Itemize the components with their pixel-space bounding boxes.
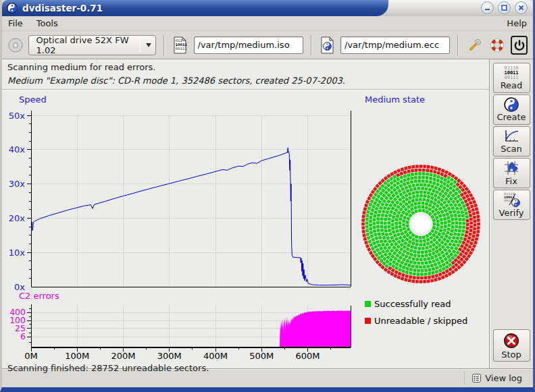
speed-y-tick-label: 10x bbox=[9, 248, 26, 258]
drive-selector-dropdown[interactable]: Optical drive 52X FW 1.02 bbox=[28, 35, 156, 55]
menu-file[interactable]: File bbox=[8, 18, 23, 28]
view-log-button[interactable]: View log bbox=[464, 372, 525, 385]
title-bar[interactable]: dvdisaster-0.71 bbox=[2, 0, 533, 16]
legend-read-swatch bbox=[365, 301, 371, 307]
window-title: dvdisaster-0.71 bbox=[22, 3, 103, 13]
yinyang-create-icon bbox=[504, 97, 519, 112]
scan-button-label: Scan bbox=[501, 144, 522, 154]
x-axis-tick-label: 0M bbox=[24, 351, 38, 360]
ecc-file-input[interactable] bbox=[340, 36, 450, 54]
x-axis-tick-label: 100M bbox=[65, 351, 89, 360]
close-button[interactable] bbox=[515, 1, 528, 14]
speed-chart-title: Speed bbox=[19, 94, 47, 105]
toolbar-separator bbox=[457, 35, 459, 55]
svg-text:00111: 00111 bbox=[176, 47, 188, 51]
toolbar-separator bbox=[311, 35, 312, 55]
quit-power-button[interactable] bbox=[511, 36, 528, 55]
ecc-file-icon bbox=[320, 35, 336, 55]
log-list-icon bbox=[472, 373, 482, 383]
help-lifebuoy-icon[interactable] bbox=[488, 35, 506, 55]
drive-selector-value: Optical drive 52X FW 1.02 bbox=[36, 35, 134, 55]
scan-button[interactable]: Scan bbox=[493, 126, 530, 157]
chart-scan-icon bbox=[503, 129, 519, 144]
verify-button[interactable]: 01110 10011 00111 Verify bbox=[493, 190, 530, 220]
verify-button-label: Verify bbox=[499, 208, 524, 218]
maximize-button[interactable] bbox=[498, 1, 511, 14]
c2-error-area bbox=[280, 311, 351, 348]
iso-file-input[interactable] bbox=[194, 36, 303, 54]
window-yinyang-icon bbox=[7, 3, 18, 13]
x-axis-tick-label: 200M bbox=[111, 351, 135, 360]
puzzle-fix-icon bbox=[503, 160, 519, 176]
medium-state-legend: Successfully read Unreadable / skipped bbox=[365, 299, 467, 326]
view-log-label: View log bbox=[485, 373, 522, 383]
chevron-down-icon bbox=[146, 43, 151, 50]
status-line-2: Medium "Example disc": CD-R mode 1, 3524… bbox=[2, 74, 489, 87]
legend-unreadable-label: Unreadable / skipped bbox=[374, 316, 467, 326]
fix-button-label: Fix bbox=[505, 176, 517, 186]
stop-button[interactable]: Stop bbox=[493, 329, 530, 362]
speed-y-tick-label: 40x bbox=[9, 144, 26, 155]
app-window: dvdisaster-0.71 File Tools Help bbox=[0, 0, 535, 392]
x-axis-tick-label: 600M bbox=[296, 351, 320, 360]
binary-read-icon: 01110 10011 00111 bbox=[504, 66, 518, 80]
stop-icon bbox=[503, 332, 520, 349]
preferences-wrench-icon[interactable] bbox=[466, 35, 484, 55]
legend-unreadable-swatch bbox=[365, 318, 371, 324]
legend-read-label: Successfully read bbox=[374, 299, 451, 309]
action-sidebar: 01110 10011 00111 Read Create bbox=[489, 59, 533, 368]
title-bar-blue-section: dvdisaster-0.71 bbox=[2, 0, 388, 16]
speed-curve bbox=[31, 148, 351, 285]
toolbar: Optical drive 52X FW 1.02 011 10011 0011… bbox=[2, 31, 533, 59]
read-button-label: Read bbox=[501, 80, 523, 90]
minimize-button[interactable] bbox=[481, 1, 494, 14]
toolbar-separator bbox=[163, 35, 165, 55]
menu-bar: File Tools Help bbox=[2, 16, 533, 31]
c2-chart-title: C2 errors bbox=[19, 291, 59, 301]
compare-verify-icon: 01110 10011 00111 bbox=[503, 192, 520, 208]
medium-state-disc bbox=[361, 165, 480, 283]
x-axis-tick-label: 400M bbox=[203, 351, 228, 360]
stop-button-label: Stop bbox=[501, 349, 521, 360]
x-axis-tick-label: 300M bbox=[157, 351, 182, 360]
create-button-label: Create bbox=[496, 112, 526, 122]
menu-tools[interactable]: Tools bbox=[36, 18, 58, 28]
menu-help[interactable]: Help bbox=[507, 18, 527, 28]
create-button[interactable]: Create bbox=[493, 94, 530, 125]
speed-y-tick-label: 50x bbox=[9, 111, 26, 121]
medium-state-title: Medium state bbox=[365, 94, 425, 105]
finished-status-line: Scanning finished: 28752 unreadable sect… bbox=[2, 362, 489, 373]
x-axis-tick-label: 500M bbox=[249, 351, 274, 360]
combo-divider bbox=[140, 38, 141, 53]
charts-canvas: 0x10x20x30x40x50x4001002560M100M200M300M… bbox=[2, 90, 489, 360]
iso-file-icon: 011 10011 00111 bbox=[172, 35, 188, 55]
fix-button[interactable]: Fix bbox=[493, 158, 530, 188]
speed-y-tick-label: 20x bbox=[9, 213, 26, 223]
speed-y-tick-label: 30x bbox=[9, 179, 26, 189]
cd-drive-icon bbox=[7, 35, 24, 55]
c2-y-tick-label: 6 bbox=[20, 331, 26, 341]
main-content-panel: Scanning medium for read errors. Medium … bbox=[2, 59, 489, 368]
status-line-1: Scanning medium for read errors. bbox=[2, 60, 489, 74]
read-button[interactable]: 01110 10011 00111 Read bbox=[493, 63, 530, 93]
